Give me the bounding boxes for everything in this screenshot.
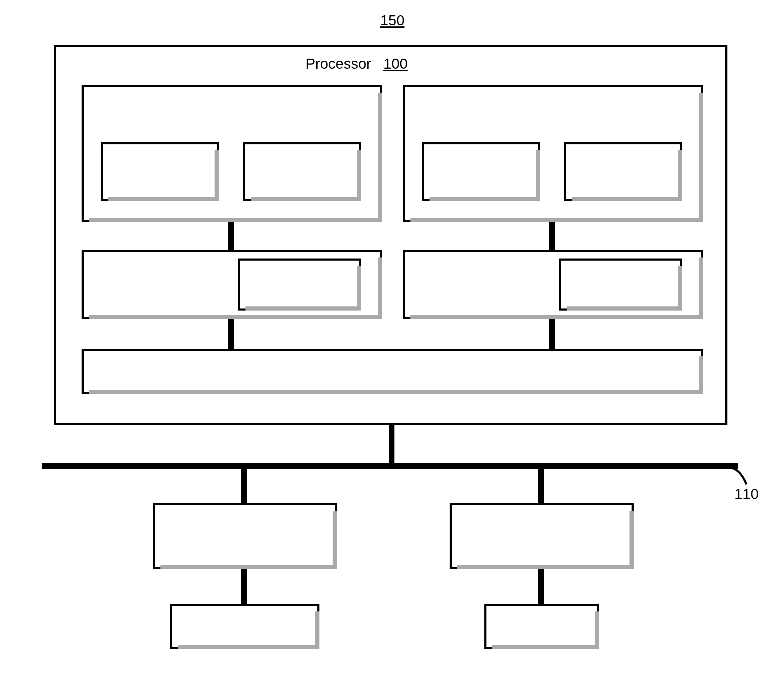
- memctrl-box: [153, 503, 337, 569]
- dcache-b-box: [564, 142, 682, 201]
- icache-a-box: [101, 142, 219, 201]
- io-box: [484, 604, 599, 649]
- dcache-a-box: [243, 142, 361, 201]
- connector-bus-memctrl: [241, 463, 247, 503]
- processor-ref: 100: [383, 56, 408, 72]
- connector-coreA-sq: [228, 222, 234, 250]
- bus-line: [42, 463, 738, 469]
- ioctrl-box: [450, 503, 634, 569]
- connector-bus-ioctrl: [538, 463, 544, 503]
- l2-box: [82, 349, 703, 394]
- sqp-a-box: [238, 259, 361, 311]
- connector-proc-bus: [389, 425, 394, 463]
- connector-memctrl-mem: [241, 569, 247, 604]
- connector-coreB-sq: [549, 222, 555, 250]
- icache-b-box: [422, 142, 540, 201]
- processor-text: Processor: [306, 56, 371, 72]
- connector-sqA-l2: [228, 319, 234, 349]
- sqp-b-box: [559, 259, 682, 311]
- system-ref: 150: [365, 12, 420, 29]
- memory-box: [170, 604, 319, 649]
- connector-ioctrl-io: [538, 569, 544, 604]
- bus-ref: 110: [734, 486, 759, 503]
- processor-label: Processor 100: [306, 56, 408, 72]
- connector-sqB-l2: [549, 319, 555, 349]
